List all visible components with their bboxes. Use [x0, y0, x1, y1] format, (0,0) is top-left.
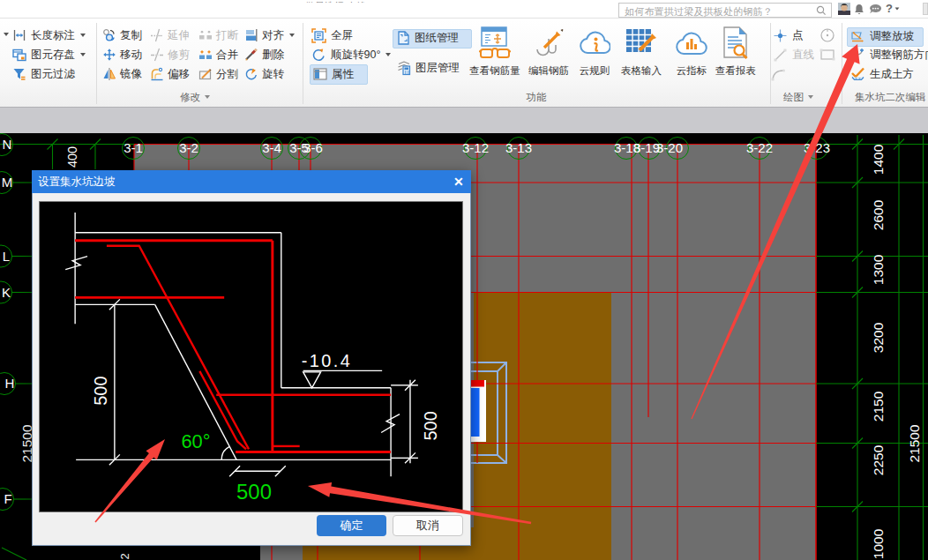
svg-text:500: 500: [236, 480, 272, 504]
svg-text:3-6: 3-6: [303, 140, 323, 155]
svg-text:1000: 1000: [871, 528, 886, 559]
svg-text:2150: 2150: [871, 391, 886, 422]
svg-text:2600: 2600: [871, 199, 886, 230]
svg-text:500: 500: [91, 377, 110, 406]
svg-text:3-12: 3-12: [462, 140, 489, 155]
svg-text:3200: 3200: [871, 322, 886, 353]
svg-text:3-2: 3-2: [179, 140, 198, 155]
svg-text:2250: 2250: [871, 444, 886, 475]
svg-text:21500: 21500: [907, 424, 922, 462]
svg-text:H: H: [5, 376, 15, 391]
svg-text:500: 500: [421, 411, 440, 440]
svg-text:K: K: [2, 285, 11, 300]
svg-text:3-4: 3-4: [262, 140, 281, 155]
svg-text:N: N: [3, 137, 12, 152]
svg-text:60°: 60°: [181, 430, 210, 452]
svg-text:-10.4: -10.4: [302, 351, 353, 370]
svg-text:3-20: 3-20: [656, 140, 683, 155]
svg-text:1400: 1400: [871, 144, 886, 175]
svg-text:L: L: [3, 249, 10, 264]
svg-text:2: 2: [118, 553, 131, 559]
svg-text:400: 400: [65, 146, 79, 168]
svg-text:3-22: 3-22: [746, 140, 773, 155]
svg-text:3-23: 3-23: [804, 140, 830, 155]
svg-text:M: M: [2, 175, 13, 190]
svg-text:3-1: 3-1: [123, 140, 143, 155]
svg-text:1300: 1300: [871, 254, 886, 285]
svg-text:F: F: [4, 491, 11, 506]
svg-text:3-13: 3-13: [505, 140, 532, 155]
